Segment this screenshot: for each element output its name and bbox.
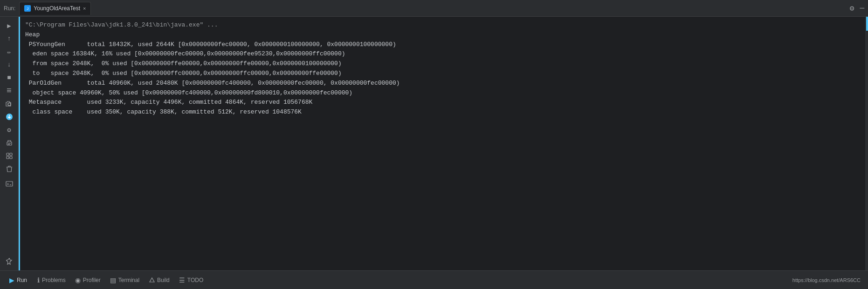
delete-btn[interactable]	[2, 163, 16, 175]
settings-icon[interactable]: ⚙	[850, 4, 854, 13]
main-area: ▶ ↑ ✏ ↓ ■ ≡ ⚙	[0, 17, 868, 270]
problems-label: Problems	[42, 277, 66, 283]
tab-bar: Run: J YoungOldAreaTest × ⚙ —	[0, 0, 868, 17]
output-line-9: class space used 350K, capacity 388K, co…	[25, 108, 860, 117]
svg-rect-9	[6, 181, 13, 186]
output-line-7: object space 40960K, 50% used [0x0000000…	[25, 88, 860, 98]
terminal-label: Terminal	[118, 277, 139, 283]
build-icon	[149, 276, 155, 284]
status-right-text: https://blog.csdn.net/ARS6CC	[792, 277, 864, 283]
output-line-2: PSYoungGen total 18432K, used 2644K [0x0…	[25, 40, 860, 50]
tab-icon: J	[24, 5, 31, 12]
terminal-icon: ▤	[110, 276, 116, 284]
run-label: Run:	[4, 5, 15, 12]
active-indicator	[19, 17, 20, 270]
svg-rect-8	[10, 156, 12, 159]
svg-rect-7	[7, 156, 9, 159]
output-area[interactable]: "C:\Program Files\Java\jdk1.8.0_241\bin\…	[19, 17, 865, 270]
run-label: Run	[17, 277, 27, 283]
run-button[interactable]: ▶ Run	[4, 271, 33, 289]
import-btn[interactable]	[2, 150, 16, 162]
run-play-icon: ▶	[9, 276, 14, 284]
svg-rect-6	[10, 153, 12, 155]
build-label: Build	[157, 277, 170, 283]
profiler-btn[interactable]: ◉ Profiler	[70, 271, 105, 289]
problems-icon: ℹ	[37, 276, 40, 284]
terminal-btn[interactable]: ▤ Terminal	[105, 271, 144, 289]
todo-icon: ☰	[179, 276, 185, 284]
output-line-8: Metaspace used 3233K, capacity 4496K, co…	[25, 98, 860, 108]
cog-btn[interactable]: ⚙	[2, 124, 16, 136]
content-panel: "C:\Program Files\Java\jdk1.8.0_241\bin\…	[19, 17, 865, 270]
svg-point-0	[8, 103, 11, 106]
status-bar: ▶ Run ℹ Problems ◉ Profiler ▤ Terminal B…	[0, 270, 868, 289]
output-line-1: Heap	[25, 30, 860, 40]
up-btn[interactable]: ↑	[2, 33, 16, 45]
camera-btn[interactable]	[2, 98, 16, 110]
left-sidebar: ▶ ↑ ✏ ↓ ■ ≡ ⚙	[0, 17, 19, 270]
download-btn[interactable]	[2, 111, 16, 123]
pin-btn[interactable]	[2, 255, 16, 268]
down-btn[interactable]: ↓	[2, 59, 16, 71]
profiler-label: Profiler	[83, 277, 101, 283]
svg-rect-3	[8, 143, 11, 144]
svg-rect-5	[7, 153, 9, 155]
output-line-6: ParOldGen total 40960K, used 20480K [0x0…	[25, 79, 860, 88]
output-line-0: "C:\Program Files\Java\jdk1.8.0_241\bin\…	[25, 20, 860, 30]
play-btn[interactable]: ▶	[2, 20, 16, 32]
list-btn[interactable]: ≡	[2, 85, 16, 97]
tab-title: YoungOldAreaTest	[34, 5, 80, 12]
todo-label: TODO	[187, 277, 203, 283]
problems-btn[interactable]: ℹ Problems	[33, 271, 70, 289]
print-btn[interactable]	[2, 137, 16, 149]
output-line-4: from space 2048K, 0% used [0x00000000ffe…	[25, 59, 860, 69]
build-btn[interactable]: Build	[144, 271, 174, 289]
stop-btn[interactable]: ■	[2, 72, 16, 84]
active-tab[interactable]: J YoungOldAreaTest ×	[19, 2, 91, 15]
svg-rect-4	[8, 144, 10, 145]
output-line-3: eden space 16384K, 16% used [0x00000000f…	[25, 49, 860, 59]
top-right-icons: ⚙ —	[850, 4, 864, 13]
tab-close-btn[interactable]: ×	[83, 6, 86, 11]
output-line-5: to space 2048K, 0% used [0x00000000ffc00…	[25, 69, 860, 79]
console-btn[interactable]	[2, 178, 16, 190]
scrollbar-area[interactable]	[865, 17, 868, 270]
wrench-btn[interactable]: ✏	[2, 46, 16, 58]
todo-btn[interactable]: ☰ TODO	[174, 271, 208, 289]
scroll-thumb[interactable]	[866, 17, 868, 31]
profiler-icon: ◉	[75, 276, 81, 284]
minimize-icon[interactable]: —	[860, 4, 864, 13]
